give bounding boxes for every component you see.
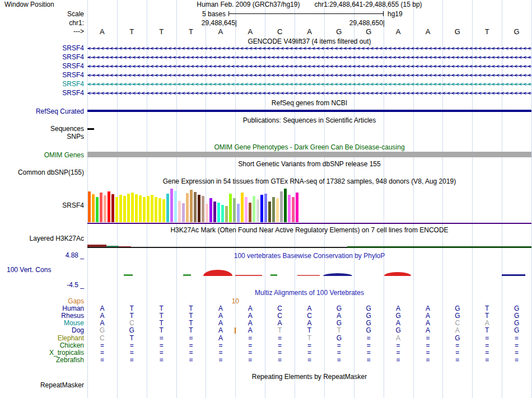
gene-row-label[interactable]: SRSF4 <box>62 90 84 97</box>
gtex-bar[interactable] <box>190 190 193 222</box>
species-label-human[interactable]: Human <box>62 305 84 312</box>
conservation-signal[interactable] <box>124 274 133 276</box>
gtex-bar[interactable] <box>237 204 240 222</box>
species-label-dog[interactable]: Dog <box>72 327 84 334</box>
gene-row-label[interactable]: SRSF4 <box>62 54 84 61</box>
gtex-bar[interactable] <box>280 191 283 222</box>
species-label-rhesus[interactable]: Rhesus <box>61 312 84 320</box>
gtex-bar[interactable] <box>151 195 153 222</box>
gtex-bar[interactable] <box>209 198 212 222</box>
gene-row-label[interactable]: SRSF4 <box>62 63 84 70</box>
gtex-bar[interactable] <box>249 203 251 222</box>
track-label-omim-genes[interactable]: OMIM Genes <box>44 152 84 159</box>
species-label-elephant[interactable]: Elephant <box>58 335 84 342</box>
gtex-bar[interactable] <box>147 196 150 222</box>
gtex-bar[interactable] <box>143 197 146 222</box>
alignment-base: = <box>354 335 384 342</box>
conservation-signal[interactable] <box>502 274 525 276</box>
gtex-bar[interactable] <box>88 191 91 222</box>
gtex-bar[interactable] <box>253 196 255 222</box>
gtex-bar[interactable] <box>256 199 259 222</box>
gene-track-row[interactable]: <<<<<<<<<<<<<<<<<<<<<<<<<<<<<<<<<<<<<<<<… <box>87 64 531 69</box>
gtex-bar[interactable] <box>292 197 295 222</box>
track-label-conservation[interactable]: 100 Vert. Cons <box>7 266 51 274</box>
species-label-chicken[interactable]: Chicken <box>60 342 84 349</box>
gtex-bar[interactable] <box>276 198 279 222</box>
gtex-bar[interactable] <box>194 192 197 222</box>
gtex-bar[interactable] <box>260 195 263 222</box>
gtex-bar[interactable] <box>229 194 232 222</box>
gtex-bar[interactable] <box>217 203 220 222</box>
gtex-bar[interactable] <box>119 195 122 222</box>
gtex-bar[interactable] <box>111 194 114 222</box>
gene-row-label[interactable]: SRSF4 <box>62 72 84 79</box>
gtex-bar[interactable] <box>245 197 248 222</box>
gtex-bar[interactable] <box>288 195 291 222</box>
gtex-bar[interactable] <box>225 206 228 222</box>
gtex-bar[interactable] <box>213 202 216 222</box>
track-label-common-dbsnp[interactable]: Common dbSNP(155) <box>18 169 84 176</box>
gtex-bar[interactable] <box>92 194 95 222</box>
gtex-bar[interactable] <box>170 189 173 222</box>
gtex-bar[interactable] <box>186 193 189 222</box>
gtex-bar[interactable] <box>115 197 118 222</box>
gtex-bar[interactable] <box>155 197 157 222</box>
gtex-bar[interactable] <box>284 189 287 222</box>
gene-track-row[interactable]: <<<<<<<<<<<<<<<<<<<<<<<<<<<<<<<<<<<<<<<<… <box>87 55 531 60</box>
gtex-bar[interactable] <box>96 197 99 222</box>
track-label-repeatmasker[interactable]: RepeatMasker <box>40 382 84 389</box>
gtex-bar[interactable] <box>296 193 298 222</box>
h3k27ac-signal[interactable] <box>347 246 531 248</box>
gene-row-label[interactable]: SRSF4 <box>62 81 84 88</box>
gtex-bar[interactable] <box>100 193 102 222</box>
sequences-track-item[interactable] <box>87 128 94 130</box>
track-label-h3k27ac[interactable]: Layered H3K27Ac <box>30 235 84 242</box>
conservation-signal[interactable] <box>235 275 262 276</box>
track-title-publications: Publications: Sequences in Scientific Ar… <box>87 117 531 124</box>
scale-line <box>228 13 384 14</box>
gene-track-row[interactable]: <<<<<<<<<<<<<<<<<<<<<<<<<<<<<<<<<<<<<<<<… <box>87 46 531 51</box>
conservation-signal[interactable] <box>297 275 320 276</box>
track-label-gtex-gene[interactable]: SRSF4 <box>62 202 84 209</box>
gtex-bar[interactable] <box>123 196 126 222</box>
gtex-bar[interactable] <box>221 205 224 222</box>
gtex-bar[interactable] <box>202 196 204 222</box>
gtex-bar[interactable] <box>268 202 271 222</box>
gtex-bar[interactable] <box>104 195 106 222</box>
conservation-signal[interactable] <box>270 274 277 276</box>
conservation-signal[interactable] <box>183 274 191 276</box>
gtex-bar[interactable] <box>264 194 267 222</box>
species-label-x_tropicalis[interactable]: X_tropicalis <box>49 349 84 357</box>
gtex-bar[interactable] <box>198 195 200 222</box>
track-label-refseq-curated[interactable]: RefSeq Curated <box>36 108 84 115</box>
gtex-bar[interactable] <box>139 195 142 222</box>
gtex-bar[interactable] <box>178 201 181 222</box>
gtex-bar[interactable] <box>158 198 161 222</box>
gtex-bar[interactable] <box>174 191 177 222</box>
gtex-bar[interactable] <box>272 197 275 222</box>
gtex-bar[interactable] <box>233 198 236 222</box>
gene-row-label[interactable]: SRSF4 <box>62 45 84 52</box>
gtex-bar[interactable] <box>162 199 165 222</box>
gene-track-row[interactable]: <<<<<<<<<<<<<<<<<<<<<<<<<<<<<<<<<<<<<<<<… <box>87 73 531 78</box>
track-label-snps[interactable]: SNPs <box>67 133 84 141</box>
omim-genes-track[interactable] <box>87 152 531 157</box>
gtex-bar[interactable] <box>166 194 169 222</box>
species-label-gaps[interactable]: Gaps <box>68 298 84 305</box>
gtex-bar[interactable] <box>127 194 130 222</box>
conservation-signal[interactable] <box>384 272 411 276</box>
species-label-zebrafish[interactable]: Zebrafish <box>56 357 84 364</box>
gtex-bar[interactable] <box>131 193 134 222</box>
gtex-bar[interactable] <box>182 203 185 222</box>
refseq-curated-track[interactable] <box>87 110 531 112</box>
gtex-bar[interactable] <box>206 204 208 222</box>
gene-track-row[interactable]: <<<<<<<<<<<<<<<<<<<<<<<<<<<<<<<<<<<<<<<<… <box>87 91 531 96</box>
gtex-bar[interactable] <box>135 194 138 222</box>
gene-track-row[interactable]: <<<<<<<<<<<<<<<<<<<<<<<<<<<<<<<<<<<<<<<<… <box>87 82 531 87</box>
conservation-signal[interactable] <box>203 270 232 276</box>
gtex-bar[interactable] <box>108 191 110 222</box>
conservation-signal[interactable] <box>323 273 352 276</box>
species-label-mouse[interactable]: Mouse <box>64 320 84 327</box>
gtex-bar[interactable] <box>241 193 244 222</box>
track-label-sequences[interactable]: Sequences <box>50 125 84 133</box>
